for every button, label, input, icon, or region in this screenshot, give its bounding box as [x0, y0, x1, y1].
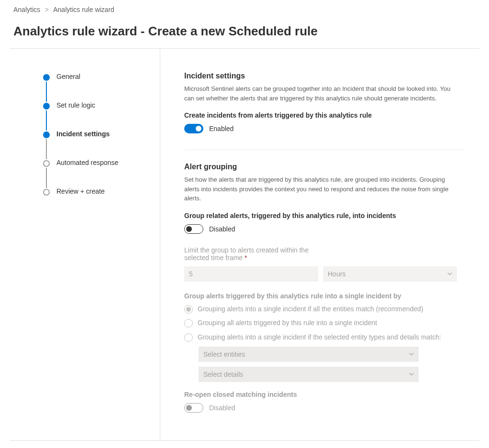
grouping-method-all-alerts[interactable]: Grouping all alerts triggered by this ru… [184, 318, 465, 328]
group-related-toggle-text: Disabled [209, 225, 235, 233]
incident-settings-heading: Incident settings [184, 72, 465, 80]
incident-settings-section: Incident settings Microsoft Sentinel ale… [184, 72, 465, 133]
reopen-toggle[interactable] [184, 403, 203, 413]
step-label: Set rule logic [56, 101, 95, 109]
step-automated-response[interactable]: Automated response [43, 159, 160, 187]
step-general[interactable]: General [43, 73, 160, 101]
step-dot-icon [43, 131, 50, 138]
section-divider [184, 150, 465, 150]
page-title: Analytics rule wizard - Create a new Sch… [0, 17, 489, 48]
timeframe-unit-select[interactable]: Hours [323, 266, 457, 282]
grouping-method-label: Group alerts triggered by this analytics… [184, 292, 465, 300]
wizard-footer: < Previous Next : Automated response > C… [10, 440, 479, 448]
grouping-method-entities-match[interactable]: Grouping alerts into a single incident i… [184, 305, 465, 314]
alert-grouping-heading: Alert grouping [184, 163, 465, 171]
step-label: Automated response [56, 159, 118, 166]
reopen-label: Re-open closed matching incidents [184, 391, 465, 398]
group-related-toggle[interactable] [184, 224, 203, 234]
step-dot-icon [43, 74, 50, 81]
timeframe-value-input[interactable] [184, 266, 318, 282]
step-connector [46, 110, 47, 131]
breadcrumb: Analytics > Analytics rule wizard [0, 0, 489, 17]
timeframe-label: Limit the group to alerts created within… [184, 246, 318, 262]
step-dot-icon [43, 103, 50, 109]
create-incidents-toggle-text: Enabled [209, 125, 233, 132]
chevron-right-icon: > [45, 6, 49, 13]
radio-label: Grouping alerts into a single incident i… [198, 333, 441, 342]
step-set-rule-logic[interactable]: Set rule logic [43, 101, 160, 130]
grouping-method-selected-types[interactable]: Grouping alerts into a single incident i… [184, 333, 465, 342]
radio-icon [184, 333, 193, 342]
timeframe-unit-value: Hours [328, 270, 345, 278]
step-review-create[interactable]: Review + create [43, 187, 160, 195]
main-panel: Incident settings Microsoft Sentinel ale… [160, 49, 479, 440]
radio-icon [184, 305, 193, 314]
chevron-down-icon [409, 352, 414, 357]
select-details-dropdown[interactable]: Select details [199, 367, 419, 382]
wizard-steps: General Set rule logic Incident settings… [10, 49, 160, 440]
step-dot-icon [43, 189, 50, 196]
group-related-label: Group related alerts, triggered by this … [184, 212, 465, 219]
radio-label: Grouping all alerts triggered by this ru… [198, 318, 377, 328]
step-label: Incident settings [56, 130, 110, 138]
incident-settings-description: Microsoft Sentinel alerts can be grouped… [184, 84, 462, 103]
breadcrumb-root[interactable]: Analytics [13, 6, 40, 13]
grouping-method-radio-group: Grouping alerts into a single incident i… [184, 305, 465, 382]
step-connector [46, 139, 47, 159]
required-indicator: * [244, 254, 247, 262]
radio-label: Grouping alerts into a single incident i… [198, 305, 423, 314]
breadcrumb-current: Analytics rule wizard [53, 6, 114, 13]
toggle-knob-icon [186, 405, 192, 411]
create-incidents-toggle[interactable] [184, 124, 203, 133]
chevron-down-icon [447, 272, 452, 276]
radio-icon [184, 319, 193, 328]
step-label: General [56, 73, 80, 80]
reopen-toggle-text: Disabled [209, 404, 235, 412]
step-connector [46, 168, 47, 188]
create-incidents-label: Create incidents from alerts triggered b… [184, 111, 465, 119]
toggle-knob-icon [186, 226, 192, 232]
step-incident-settings[interactable]: Incident settings [43, 130, 160, 159]
chevron-down-icon [409, 372, 414, 377]
toggle-knob-icon [196, 126, 201, 131]
step-label: Review + create [56, 187, 105, 195]
select-entities-dropdown[interactable]: Select entities [199, 347, 419, 362]
select-details-placeholder: Select details [203, 371, 243, 378]
select-entities-placeholder: Select entities [203, 350, 245, 358]
alert-grouping-description: Set how the alerts that are triggered by… [184, 175, 462, 203]
step-dot-icon [43, 160, 50, 167]
step-connector [46, 82, 47, 102]
alert-grouping-section: Alert grouping Set how the alerts that a… [184, 163, 465, 413]
